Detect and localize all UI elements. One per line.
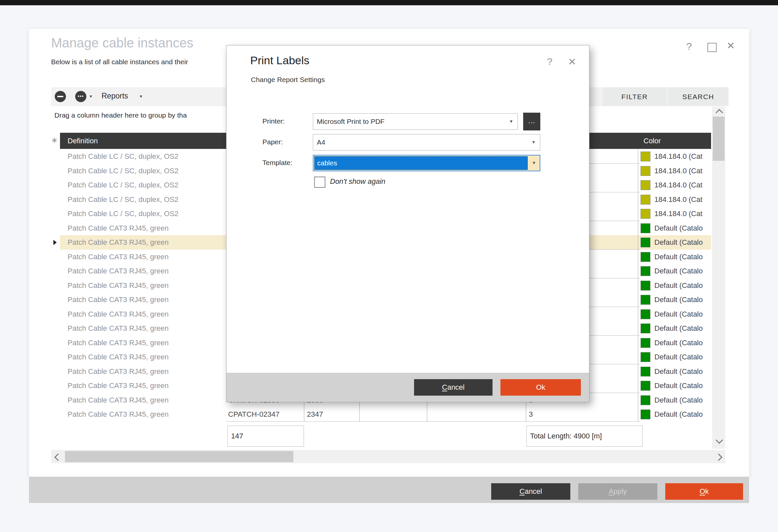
definition-cell: Patch Cable CAT3 RJ45, green <box>68 407 169 422</box>
vertical-scroll-thumb[interactable] <box>713 117 724 161</box>
template-value: cables <box>317 156 337 170</box>
chevron-down-icon[interactable]: ▼ <box>509 114 513 129</box>
definition-cell: Patch Cable CAT3 RJ45, green <box>68 393 169 408</box>
paper-value: A4 <box>317 135 325 150</box>
browse-printer-button[interactable]: ... <box>523 113 540 130</box>
grid-line <box>638 149 638 422</box>
color-swatch <box>640 238 650 247</box>
color-cell: Default (Catalo <box>654 364 711 379</box>
dialog-close-icon[interactable]: ✕ <box>568 56 576 68</box>
ok-button[interactable]: Ok <box>665 483 743 500</box>
definition-cell: Patch Cable CAT3 RJ45, green <box>68 336 169 350</box>
top-bar <box>0 0 778 5</box>
color-cell: Default (Catalo <box>654 221 711 236</box>
window-close-icon[interactable]: ✕ <box>726 41 735 51</box>
name-cell: CPATCH-02347 <box>228 407 280 422</box>
color-swatch <box>640 195 650 204</box>
apply-button[interactable]: Apply <box>578 483 657 500</box>
definition-cell: Patch Cable LC / SC, duplex, OS2 <box>68 206 178 221</box>
color-cell: Default (Catalo <box>654 307 711 322</box>
definition-cell: Patch Cable CAT3 RJ45, green <box>68 278 169 293</box>
color-swatch <box>640 324 650 333</box>
color-cell: Default (Catalo <box>654 350 711 364</box>
color-swatch <box>640 367 650 376</box>
color-cell: 184.184.0 (Cat <box>654 192 711 207</box>
color-cell: 184.184.0 (Cat <box>654 178 711 192</box>
printer-select[interactable]: Microsoft Print to PDF ▼ <box>313 113 518 130</box>
color-swatch <box>640 166 650 176</box>
window-maximize-icon[interactable] <box>707 43 717 52</box>
definition-cell: Patch Cable CAT3 RJ45, green <box>68 307 169 322</box>
horizontal-scroll-thumb[interactable] <box>65 451 293 462</box>
window-help-icon[interactable]: ? <box>686 41 692 52</box>
paper-select[interactable]: A4 ▼ <box>313 134 540 151</box>
color-swatch <box>640 180 650 190</box>
color-cell: 184.184.0 (Cat <box>654 206 711 221</box>
definition-cell: Patch Cable CAT3 RJ45, green <box>68 292 169 307</box>
definition-column-header[interactable]: Definition <box>68 133 98 149</box>
row-indicator-header-icon: ✳ <box>52 137 57 145</box>
color-swatch <box>640 381 650 391</box>
color-swatch <box>640 209 650 219</box>
color-swatch <box>640 410 650 419</box>
more-actions-caret-icon[interactable]: ▾ <box>90 94 92 99</box>
printer-label: Printer: <box>262 117 285 125</box>
dont-show-again-label: Don't show again <box>330 177 385 186</box>
chevron-down-icon[interactable]: ▼ <box>531 135 536 150</box>
template-selection: cables <box>314 156 528 170</box>
definition-cell: Patch Cable CAT3 RJ45, green <box>68 364 169 379</box>
definition-cell: Patch Cable CAT3 RJ45, green <box>68 264 169 278</box>
page-title: Manage cable instances <box>51 35 193 51</box>
cancel-button[interactable]: Cancel <box>491 483 570 500</box>
color-cell: 184.184.0 (Cat <box>654 164 711 178</box>
definition-cell: Patch Cable LC / SC, duplex, OS2 <box>68 192 178 207</box>
color-cell: Default (Catalo <box>654 278 711 293</box>
page-subtitle: Below is a list of all cable instances a… <box>51 58 188 66</box>
dialog-help-icon[interactable]: ? <box>547 56 552 67</box>
color-cell: Default (Catalo <box>654 378 711 393</box>
search-button[interactable]: SEARCH <box>668 87 728 106</box>
definition-cell: Patch Cable CAT3 RJ45, green <box>68 235 169 250</box>
filter-button[interactable]: FILTER <box>603 87 667 106</box>
selected-row-indicator-icon <box>54 240 57 245</box>
color-cell: Default (Catalo <box>654 264 711 278</box>
row-grid-line <box>226 421 639 422</box>
screen: Manage cable instances Below is a list o… <box>0 0 778 532</box>
dialog-ok-button[interactable]: Ok <box>500 379 581 395</box>
definition-cell: Patch Cable CAT3 RJ45, green <box>68 321 169 336</box>
color-swatch <box>640 152 650 161</box>
definition-cell: Patch Cable CAT3 RJ45, green <box>68 378 169 393</box>
remove-button[interactable] <box>55 91 66 102</box>
color-cell: Default (Catalo <box>654 250 711 264</box>
color-cell: Default (Catalo <box>654 336 711 350</box>
color-swatch <box>640 266 650 276</box>
color-swatch <box>640 295 650 305</box>
total-length-box: Total Length: 4900 [m] <box>527 426 642 447</box>
color-cell: Default (Catalo <box>654 407 711 422</box>
color-column-header[interactable]: Color <box>643 133 661 149</box>
dialog-cancel-button[interactable]: Cancel <box>414 379 492 395</box>
dont-show-again-checkbox[interactable] <box>314 177 325 188</box>
number-cell: 2347 <box>307 407 323 422</box>
template-select[interactable]: cables ▼ <box>313 155 540 171</box>
color-swatch <box>640 395 650 405</box>
color-cell: Default (Catalo <box>654 321 711 336</box>
color-swatch <box>640 281 650 290</box>
dialog-subtitle: Change Report Settings <box>251 76 325 84</box>
reports-caret-icon[interactable]: ▾ <box>140 94 142 99</box>
chevron-down-icon[interactable]: ▼ <box>529 156 540 171</box>
color-swatch <box>640 352 650 362</box>
definition-cell: Patch Cable LC / SC, duplex, OS2 <box>68 164 178 178</box>
color-cell: Default (Catalo <box>654 235 711 250</box>
length-cell: 3 <box>529 407 533 422</box>
template-label: Template: <box>262 159 292 167</box>
reports-menu[interactable]: Reports <box>101 92 128 100</box>
group-by-hint: Drag a column header here to group by th… <box>54 111 187 119</box>
more-actions-button[interactable]: ••• <box>75 91 86 102</box>
definition-cell: Patch Cable CAT3 RJ45, green <box>68 221 169 236</box>
table-row[interactable]: Patch Cable CAT3 RJ45, greenCPATCH-02347… <box>60 407 711 422</box>
minus-icon <box>57 96 63 97</box>
color-cell: Default (Catalo <box>654 292 711 307</box>
definition-cell: Patch Cable LC / SC, duplex, OS2 <box>68 149 178 164</box>
record-count-box: 147 <box>227 426 304 447</box>
